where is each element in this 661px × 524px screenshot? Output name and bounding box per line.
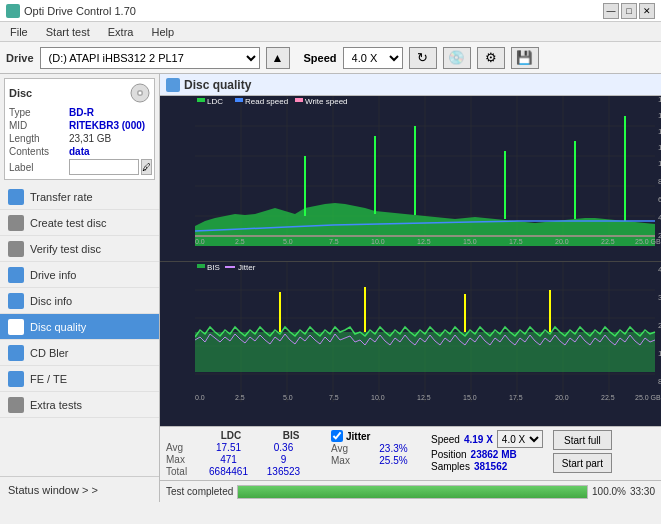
charts-area: LDC Read speed Write speed 500 400 300 2… [160,96,661,426]
drive-bar: Drive (D:) ATAPI iHBS312 2 PL17 ▲ Speed … [0,42,661,74]
sidebar-item-disc-info[interactable]: Disc info [0,288,159,314]
speed-info-row: Speed 4.19 X 4.0 X [431,430,543,448]
disc-label-label: Label [9,162,69,173]
disc-icon-btn[interactable]: 💿 [443,47,471,69]
start-full-button[interactable]: Start full [553,430,612,450]
disc-svg-icon [130,83,150,103]
jitter-checkbox[interactable] [331,430,343,442]
svg-text:22.5: 22.5 [601,238,615,245]
settings-icon-btn[interactable]: ⚙ [477,47,505,69]
disc-length-label: Length [9,133,69,144]
fe-te-icon [8,371,24,387]
total-bis-value: 136523 [256,466,311,477]
transfer-rate-icon [8,189,24,205]
top-chart: LDC Read speed Write speed 500 400 300 2… [160,96,661,262]
progress-bar-background [237,485,588,499]
sidebar-item-extra-tests[interactable]: Extra tests [0,392,159,418]
action-section: Start full Start part [553,430,612,473]
svg-text:22.5: 22.5 [601,394,615,401]
sidebar-item-create-test-disc[interactable]: Create test disc [0,210,159,236]
disc-length-row: Length 23,31 GB [9,133,150,144]
start-part-button[interactable]: Start part [553,453,612,473]
avg-label: Avg [166,442,201,453]
svg-rect-24 [197,98,205,102]
progress-bar-fill [238,486,587,498]
save-icon-btn[interactable]: 💾 [511,47,539,69]
svg-text:0.0: 0.0 [195,238,205,245]
svg-text:5.0: 5.0 [283,238,293,245]
position-value: 23862 MB [471,449,517,460]
disc-length-value: 23,31 GB [69,133,111,144]
svg-text:15.0: 15.0 [463,394,477,401]
svg-text:2.5: 2.5 [235,394,245,401]
status-window-button[interactable]: Status window > > [0,476,159,502]
content-area: Disc quality [160,74,661,502]
drive-label: Drive [6,52,34,64]
app-title: Opti Drive Control 1.70 [24,5,136,17]
disc-label-button[interactable]: 🖊 [141,159,152,175]
disc-contents-label: Contents [9,146,69,157]
disc-type-label: Type [9,107,69,118]
svg-text:2.5: 2.5 [235,238,245,245]
main-area: Disc Type BD-R MID RITEKBR3 (000) Length… [0,74,661,502]
disc-mid-value: RITEKBR3 (000) [69,120,145,131]
svg-text:25.0 GB: 25.0 GB [635,394,661,401]
sidebar-item-fe-te[interactable]: FE / TE [0,366,159,392]
speed-dropdown[interactable]: 4.0 X [497,430,543,448]
jitter-max-row: Max 25.5% [331,455,421,466]
sidebar-item-verify-test-disc[interactable]: Verify test disc [0,236,159,262]
svg-text:10.0: 10.0 [371,394,385,401]
svg-text:LDC: LDC [207,97,223,106]
menu-bar: File Start test Extra Help [0,22,661,42]
jitter-label: Jitter [346,431,370,442]
sidebar-item-disc-quality[interactable]: Disc quality [0,314,159,340]
menu-extra[interactable]: Extra [102,24,140,40]
max-bis-value: 9 [256,454,311,465]
cd-bler-label: CD Bler [30,347,69,359]
close-button[interactable]: ✕ [639,3,655,19]
chart-title: Disc quality [184,78,251,92]
total-ldc-value: 6684461 [201,466,256,477]
minimize-button[interactable]: — [603,3,619,19]
refresh-icon[interactable]: ↻ [409,47,437,69]
position-row: Position 23862 MB [431,449,543,460]
svg-point-2 [139,92,142,95]
maximize-button[interactable]: □ [621,3,637,19]
svg-text:17.5: 17.5 [509,238,523,245]
fe-te-label: FE / TE [30,373,67,385]
svg-rect-26 [235,98,243,102]
eject-button[interactable]: ▲ [266,47,290,69]
verify-test-disc-label: Verify test disc [30,243,101,255]
menu-start-test[interactable]: Start test [40,24,96,40]
title-text: Opti Drive Control 1.70 [6,4,136,18]
drive-select[interactable]: (D:) ATAPI iHBS312 2 PL17 [40,47,260,69]
speed-select[interactable]: 4.0 X [343,47,403,69]
ldc-col-header: LDC [201,430,261,441]
disc-label-input[interactable] [69,159,139,175]
svg-text:7.5: 7.5 [329,394,339,401]
total-label: Total [166,466,201,477]
svg-text:25.0 GB: 25.0 GB [635,238,661,245]
svg-rect-74 [197,264,205,268]
samples-row: Samples 381562 [431,461,543,472]
speed-label: Speed [304,52,337,64]
menu-file[interactable]: File [4,24,34,40]
svg-text:12.5: 12.5 [417,394,431,401]
svg-text:20.0: 20.0 [555,238,569,245]
ldc-bis-col: LDC BIS Avg 17.51 0.36 Max 471 9 Total 6… [166,430,321,477]
disc-type-value: BD-R [69,107,94,118]
progress-percent: 100.0% [592,486,626,497]
svg-rect-69 [195,332,655,372]
svg-text:Read speed: Read speed [245,97,288,106]
avg-row: Avg 17.51 0.36 [166,442,321,453]
menu-help[interactable]: Help [145,24,180,40]
svg-text:15.0: 15.0 [463,238,477,245]
sidebar-item-drive-info[interactable]: Drive info [0,262,159,288]
disc-info-icon [8,293,24,309]
sidebar-item-cd-bler[interactable]: CD Bler [0,340,159,366]
create-test-disc-label: Create test disc [30,217,106,229]
jitter-avg-row: Avg 23.3% [331,443,421,454]
disc-label-row: Label 🖊 [9,159,150,175]
sidebar-item-transfer-rate[interactable]: Transfer rate [0,184,159,210]
disc-quality-label: Disc quality [30,321,86,333]
